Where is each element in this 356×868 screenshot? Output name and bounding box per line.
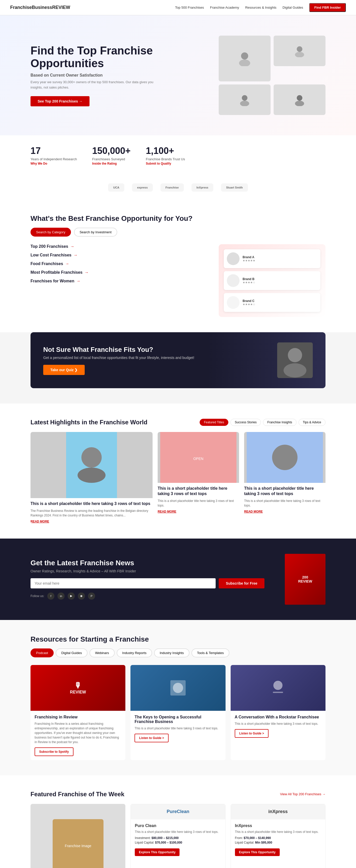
svg-point-3 <box>295 52 304 57</box>
linkedin-icon[interactable]: in <box>58 592 65 599</box>
highlight-image-2: OPEN <box>158 432 239 483</box>
facebook-icon[interactable]: f <box>47 592 55 599</box>
resource-card-3: A Conversation With a Rockstar Franchise… <box>231 665 325 760</box>
franchise-investment-label-1: Investment: <box>135 836 151 840</box>
brand-1: UCA <box>108 183 124 192</box>
resource-tab-webinars[interactable]: Webinars <box>90 648 115 657</box>
finder-tab-investment[interactable]: Search by Investment <box>74 228 117 237</box>
pinterest-icon[interactable]: P <box>88 592 95 599</box>
filter-tab-featured[interactable]: Featured Titles <box>200 419 228 426</box>
newsletter-magazine-image: 200REVIEW <box>285 554 325 605</box>
highlight-readmore-2[interactable]: READ MORE <box>158 510 239 514</box>
finder-link-profitable[interactable]: Most Profitable Franchises <box>31 270 208 275</box>
highlight-readmore-3[interactable]: READ MORE <box>244 510 325 514</box>
navigation: FranchiseBusinessREVIEW Top 500 Franchis… <box>0 0 356 15</box>
nav-link-guides[interactable]: Digital Guides <box>283 6 303 9</box>
franchise-body-2: InXpress This is a short placeholder tit… <box>231 819 325 860</box>
stat-years-link[interactable]: Why We Do <box>31 162 47 165</box>
resource-tab-podcast[interactable]: Podcast <box>31 648 54 657</box>
stat-brands: 1,100+ Franchise Brands Trust Us Submit … <box>146 146 185 165</box>
hero-image-3 <box>219 85 270 115</box>
nav-cta-button[interactable]: Find FBR Insider <box>309 3 346 12</box>
finder-tab-category[interactable]: Search by Category <box>31 228 71 237</box>
youtube-icon[interactable]: ▶ <box>68 592 75 599</box>
franchise-investment-value-2: $70,000 – $140,990 <box>244 836 271 840</box>
finder-link-top200[interactable]: Top 200 Franchises <box>31 244 208 249</box>
stat-brands-link[interactable]: Submit to Qualify <box>146 162 171 165</box>
svg-point-12 <box>82 447 102 468</box>
featured-grid: Franchise Image PureClean Puro Clean Thi… <box>31 804 325 868</box>
brand-4: InXpress <box>192 183 213 192</box>
magazine-text: 200REVIEW <box>298 575 312 583</box>
franchise-logo-2: inXpress <box>231 804 325 819</box>
resource-card-title-2: The Keys to Opening a Successful Franchi… <box>134 715 221 724</box>
newsletter-subscribe-button[interactable]: Subscribe for Free <box>219 578 264 588</box>
resource-card-image-2 <box>130 665 225 711</box>
featured-title: Featured Franchise of The Week <box>31 790 124 798</box>
resource-card-2: The Keys to Opening a Successful Franchi… <box>130 665 225 760</box>
newsletter-description: Owner Ratings, Research, Insights & Advi… <box>31 569 264 573</box>
logo[interactable]: FranchiseBusinessREVIEW <box>10 5 70 10</box>
newsletter-email-input[interactable] <box>31 578 216 588</box>
hero-section: Find the Top Franchise Opportunities Bas… <box>0 15 356 135</box>
highlight-desc-3: This is a short placeholder title here t… <box>244 499 325 508</box>
featured-view-all[interactable]: View All Top 200 Franchises → <box>280 792 325 796</box>
quiz-banner: Not Sure What Franchise Fits You? Get a … <box>31 332 325 388</box>
franchise-liquid-label-2: Liquid Capital: <box>235 841 254 844</box>
svg-point-17 <box>272 445 297 470</box>
resource-tab-insights[interactable]: Industry Insights <box>154 648 189 657</box>
franchise-investment-2: From: $70,000 – $140,990 <box>235 836 321 840</box>
highlights-title: Latest Highlights in the Franchise World <box>31 419 148 426</box>
highlight-card-1: This is a short placeholder title here t… <box>31 432 153 523</box>
featured-header: Featured Franchise of The Week View All … <box>31 790 325 798</box>
resource-tab-tools[interactable]: Tools & Templates <box>192 648 229 657</box>
franchise-cta-2[interactable]: Explore This Opportunity <box>235 848 280 856</box>
nav-link-academy[interactable]: Franchise Academy <box>210 6 239 9</box>
resource-card-cta-2[interactable]: Listen to Guide > <box>134 734 169 742</box>
franchise-logo-1: PureClean <box>131 804 225 819</box>
svg-point-4 <box>242 95 248 101</box>
logo-text: FranchiseBusinessREVIEW <box>10 5 70 10</box>
quiz-person-image <box>277 342 313 378</box>
finder-link-food[interactable]: Food Franchises <box>31 261 208 266</box>
svg-point-7 <box>295 101 304 106</box>
featured-section: Featured Franchise of The Week View All … <box>0 775 356 868</box>
finder-link-women[interactable]: Franchises for Women <box>31 279 208 283</box>
highlights-grid: This is a short placeholder title here t… <box>31 432 325 523</box>
hero-description: Every year we survey 30,000+ owners of t… <box>31 80 158 90</box>
hero-image-2 <box>273 36 325 66</box>
franchise-desc-1: This is a short placeholder title here t… <box>135 830 221 834</box>
highlight-desc-1: The Franchise Business Review is among t… <box>31 508 153 518</box>
quiz-banner-description: Get a personalized list of local franchi… <box>43 355 194 360</box>
nav-link-resources[interactable]: Resources & Insights <box>245 6 277 9</box>
finder-visual: Brand A★★★★★ Brand B★★★★☆ Brand C★★★★☆ <box>219 244 325 317</box>
resource-tabs: Podcast Digital Guides Webinars Industry… <box>31 648 325 657</box>
filter-tab-success[interactable]: Success Stories <box>230 419 261 426</box>
newsletter-section: Get the Latest Franchise News Owner Rati… <box>0 538 356 620</box>
highlight-readmore-1[interactable]: READ MORE <box>31 520 153 523</box>
resource-tab-reports[interactable]: Industry Reports <box>117 648 152 657</box>
franchise-name-1: Puro Clean <box>135 824 221 828</box>
quiz-banner-title: Not Sure What Franchise Fits You? <box>43 346 194 353</box>
hero-subtitle: Based on Current Owner Satisfaction <box>31 73 158 78</box>
resource-card-cta-1[interactable]: Subscribe to Spotify <box>35 747 73 756</box>
hero-cta-button[interactable]: See Top 200 Franchises → <box>31 96 90 106</box>
newsletter-title: Get the Latest Franchise News <box>31 559 264 567</box>
franchise-cta-1[interactable]: Explore This Opportunity <box>135 848 180 856</box>
svg-point-19 <box>173 683 183 693</box>
brand-3: Franchise <box>160 183 184 192</box>
resource-card-body-3: A Conversation With a Rockstar Franchise… <box>231 711 325 742</box>
stat-franchisees-link[interactable]: Inside the Rating <box>92 162 117 165</box>
highlight-card-3: This is a short placeholder title here t… <box>244 432 325 523</box>
filter-tab-tips[interactable]: Tips & Advice <box>298 419 325 426</box>
svg-point-9 <box>288 348 302 362</box>
instagram-icon[interactable]: ◉ <box>78 592 85 599</box>
resource-tab-guides[interactable]: Digital Guides <box>56 648 88 657</box>
filter-tab-insights[interactable]: Franchise Insights <box>263 419 296 426</box>
franchise-body-1: Puro Clean This is a short placeholder t… <box>131 819 225 860</box>
finder-link-lowcost[interactable]: Low Cost Franchises <box>31 253 208 257</box>
svg-point-6 <box>297 95 302 101</box>
quiz-cta-button[interactable]: Take our Quiz ❯ <box>43 365 85 375</box>
resource-card-cta-3[interactable]: Listen to Guide > <box>235 729 269 738</box>
nav-link-top500[interactable]: Top 500 Franchises <box>175 6 204 9</box>
